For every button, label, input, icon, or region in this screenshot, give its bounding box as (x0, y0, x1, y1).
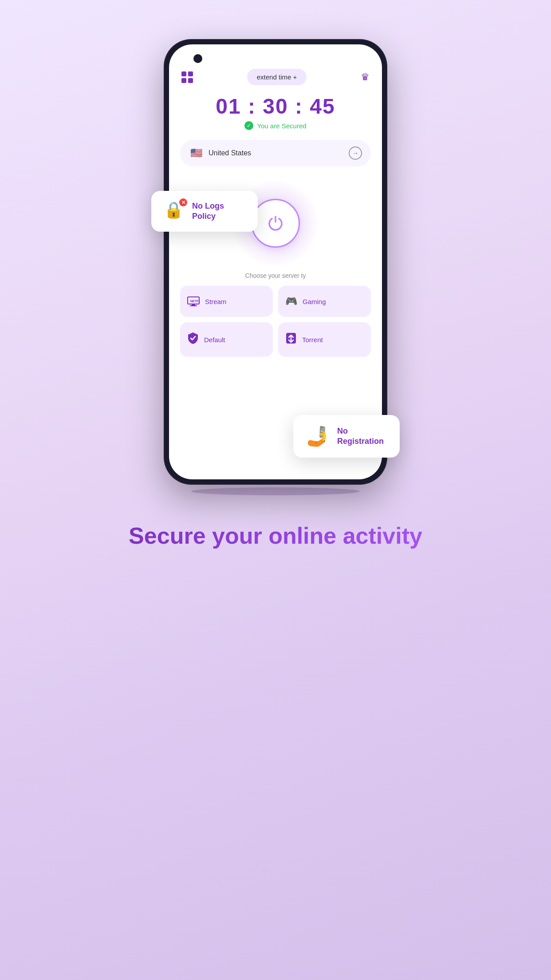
no-registration-text: No Registration (337, 426, 384, 447)
secured-row: ✓ You are Secured (178, 121, 373, 130)
server-card-torrent[interactable]: Torrent (278, 322, 371, 357)
torrent-label: Torrent (302, 336, 323, 344)
grid-dot-2 (188, 71, 193, 76)
stream-label: Stream (205, 298, 226, 305)
server-grid: NETFLIX Stream 🎮 Gaming (180, 286, 371, 357)
phone-shadow (191, 487, 360, 495)
timer-display: 01 : 30 : 45 (178, 94, 373, 119)
country-left: 🇺🇸 United States (189, 146, 251, 160)
gaming-icon: 🎮 (285, 296, 297, 307)
grid-dot-4 (188, 78, 193, 83)
no-logs-text: No Logs Policy (192, 201, 224, 222)
server-card-stream[interactable]: NETFLIX Stream (180, 286, 273, 317)
server-card-gaming[interactable]: 🎮 Gaming (278, 286, 371, 317)
secured-text: You are Secured (257, 122, 306, 130)
x-badge: ✕ (179, 198, 187, 206)
server-label: Choose your server ty (180, 272, 371, 279)
app-bar: extend time + ♛ (169, 44, 382, 91)
torrent-icon (285, 332, 297, 347)
no-registration-card: 🤳 No Registration (293, 415, 400, 458)
default-icon (187, 332, 199, 347)
crown-icon[interactable]: ♛ (361, 71, 370, 83)
camera-notch (193, 54, 202, 63)
extend-time-button[interactable]: extend time + (247, 69, 307, 85)
svg-rect-3 (190, 305, 197, 306)
svg-rect-2 (192, 304, 195, 305)
default-label: Default (204, 336, 225, 344)
phone-hand-icon: 🤳 (306, 425, 330, 448)
no-logs-card: 🔒 ✕ No Logs Policy (151, 191, 258, 232)
timer-section: 01 : 30 : 45 ✓ You are Secured (169, 91, 382, 132)
country-selector[interactable]: 🇺🇸 United States → (180, 140, 371, 166)
grid-dot-3 (181, 78, 186, 83)
svg-text:NETFLIX: NETFLIX (190, 300, 200, 303)
flag-icon: 🇺🇸 (189, 146, 203, 160)
bottom-tagline: Secure your online activity (102, 522, 449, 549)
grid-icon[interactable] (181, 71, 193, 83)
lock-icon-wrapper: 🔒 ✕ (164, 201, 185, 222)
check-icon: ✓ (244, 121, 253, 130)
power-symbol-icon (266, 214, 285, 233)
gaming-label: Gaming (303, 298, 326, 305)
power-button[interactable] (251, 199, 300, 248)
phone-screen: extend time + ♛ 01 : 30 : 45 ✓ You are S… (169, 44, 382, 479)
stream-icon: NETFLIX (187, 296, 200, 306)
arrow-circle-icon: → (349, 146, 362, 160)
server-card-default[interactable]: Default (180, 322, 273, 357)
country-name: United States (209, 149, 251, 157)
grid-dot-1 (181, 71, 186, 76)
